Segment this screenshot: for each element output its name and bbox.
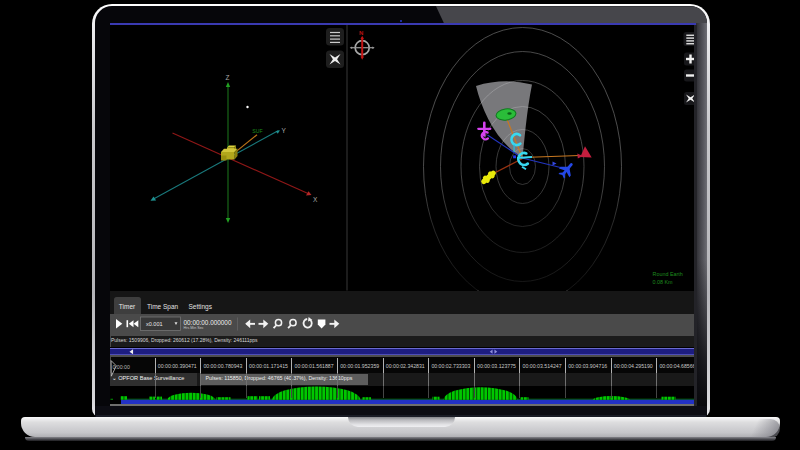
svg-text:N: N [359, 30, 363, 36]
svg-text:Round Earth: Round Earth [652, 271, 682, 277]
svg-text:x0.001: x0.001 [146, 321, 163, 327]
svg-text:00:00:00.000000: 00:00:00.000000 [183, 319, 231, 326]
svg-text:Y: Y [281, 127, 286, 134]
svg-text:Hrs Min Sec: Hrs Min Sec [183, 326, 203, 330]
svg-text:0.08 Km: 0.08 Km [652, 279, 673, 285]
svg-text:SUF: SUF [252, 128, 262, 134]
svg-text:X: X [313, 196, 318, 203]
svg-text:Z: Z [225, 74, 229, 81]
